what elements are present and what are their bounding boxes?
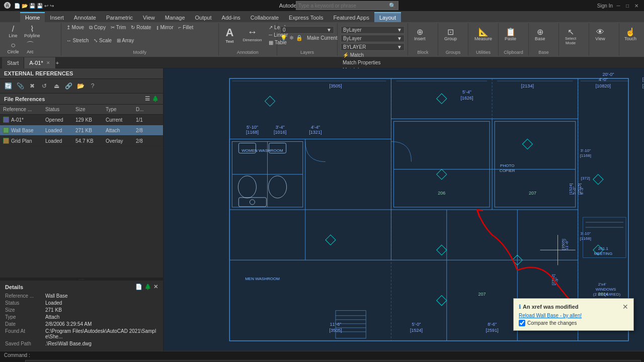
ribbon-tab-addins[interactable]: Add-ins <box>217 12 246 22</box>
selectmode-button[interactable]: ↖SelectMode <box>562 24 579 49</box>
new-tab-button[interactable]: + <box>56 60 59 66</box>
ribbon-tab-output[interactable]: Output <box>190 12 217 22</box>
xref-attach-btn[interactable]: 📎 <box>15 81 25 91</box>
col-size: Size <box>72 106 103 113</box>
restore-btn[interactable]: □ <box>624 2 631 9</box>
command-input[interactable] <box>25 360 641 362</box>
signin-btn[interactable]: Sign In <box>597 3 613 9</box>
minimize-btn[interactable]: ─ <box>615 2 622 9</box>
file-refs-tree-view[interactable]: 🌲 <box>152 96 159 102</box>
ribbon-tab-parametric[interactable]: Parametric <box>101 12 138 22</box>
dimension-button[interactable]: ↔Dimension <box>240 24 265 44</box>
canvas-area[interactable]: [3505] 5'-4" [1626] [2134] 4'-0" [10820]… <box>164 68 644 351</box>
paste-button[interactable]: 📋Paste <box>502 24 519 45</box>
undo-icon[interactable]: ↩ <box>44 3 48 9</box>
ribbon-group-modify: ↥ Move ⧉ Copy ✂ Trim ↻ Rotate ⫿ Mirror ⌐… <box>61 23 219 56</box>
redo-icon[interactable]: ↪ <box>50 3 54 9</box>
notification-close-icon[interactable]: ✕ <box>622 303 628 311</box>
command-label: Command : <box>0 351 644 359</box>
svg-text:207: 207 <box>478 292 486 297</box>
base-button[interactable]: ⊕Base <box>532 24 548 45</box>
notification-link[interactable]: Reload Wall Base - by allen! <box>519 313 628 318</box>
modify-label: Modify <box>64 49 215 55</box>
make-current-button[interactable]: Make Current <box>305 35 340 41</box>
table-row[interactable]: A-01* Opened 129 KB Current 1/1 <box>0 115 163 125</box>
doc-tab-start[interactable]: Start <box>2 57 24 68</box>
color-dropdown[interactable]: ByLayer▼ <box>341 26 405 34</box>
circle-button[interactable]: ○Circle <box>5 40 21 55</box>
left-panel: EXTERNAL REFERENCES 🔄 📎 ✖ ↺ ⏏ 🔗 📂 ? File… <box>0 68 164 351</box>
layer-dropdown[interactable]: 0▼ <box>280 26 334 34</box>
cmd-arrow-icon[interactable]: ▼ <box>14 360 23 362</box>
group-button[interactable]: ⊡Group <box>441 24 460 45</box>
move-button[interactable]: ↥ Move <box>64 24 86 31</box>
xref-refresh-btn[interactable]: 🔄 <box>3 81 13 91</box>
doc-tab-a01[interactable]: A-01* ✕ <box>24 57 56 68</box>
search-icon[interactable]: 🔍 <box>389 3 396 9</box>
xref-help-btn[interactable]: ? <box>88 81 98 91</box>
xref-reload-btn[interactable]: ↺ <box>39 81 49 91</box>
table-row[interactable]: Wall Base Loaded 271 KB Attach 2/8 <box>0 125 163 136</box>
line-button[interactable]: /Line <box>5 24 21 39</box>
ribbon-tab-annotate[interactable]: Annotate <box>69 12 101 22</box>
file-refs-list-view[interactable]: ☰ <box>145 96 150 102</box>
saveas-icon[interactable]: 💾 <box>37 3 43 9</box>
match-button[interactable]: ⚡ Match <box>341 52 383 58</box>
xref-bind-btn[interactable]: 🔗 <box>63 81 73 91</box>
search-input[interactable] <box>298 3 389 9</box>
ribbon-tab-featured[interactable]: Featured Apps <box>328 12 374 22</box>
scale-button[interactable]: ⤡ Scale <box>92 37 114 44</box>
polyline-button[interactable]: ⌇Polyline <box>22 24 42 39</box>
svg-text:[1626]: [1626] <box>460 96 473 101</box>
layer-lock-icon[interactable]: 🔒 <box>296 35 303 41</box>
arc-button[interactable]: ⌒Arc <box>22 40 38 55</box>
trim-button[interactable]: ✂ Trim <box>109 24 128 31</box>
new-icon[interactable]: 📄 <box>14 3 20 9</box>
ribbon-tab-home[interactable]: Home <box>20 12 45 22</box>
rotate-button[interactable]: ↻ Rotate <box>129 24 153 31</box>
svg-text:5'-0": 5'-0" <box>412 322 421 327</box>
col-reference: Reference ... <box>0 106 42 113</box>
ribbon-tab-insert[interactable]: Insert <box>45 12 69 22</box>
ribbon-tab-collaborate[interactable]: Collaborate <box>246 12 284 22</box>
row3-icon <box>3 138 9 144</box>
details-view2[interactable]: 🌲 <box>144 284 151 290</box>
cmd-expand-icon[interactable]: ⬆ <box>3 360 12 362</box>
close-btn[interactable]: ✕ <box>633 2 640 9</box>
row1-icon <box>3 117 9 123</box>
copy-button[interactable]: ⧉ Copy <box>87 24 108 31</box>
svg-text:[3505]: [3505] <box>329 83 342 88</box>
xref-open-btn[interactable]: 📂 <box>75 81 86 91</box>
compare-label[interactable]: Compare the changes <box>527 320 577 326</box>
table-row[interactable]: Grid Plan Loaded 54.7 KB Overlay 2/8 <box>0 136 163 146</box>
save-icon[interactable]: 💾 <box>29 3 35 9</box>
ribbon-tab-layout[interactable]: Layout <box>374 12 401 22</box>
lineweight-dropdown[interactable]: BYLAYER▼ <box>341 43 405 51</box>
linetype-dropdown[interactable]: ByLayer▼ <box>341 35 405 42</box>
layer-freeze-icon[interactable]: ❄ <box>289 35 294 41</box>
layer-on-icon[interactable]: 💡 <box>280 35 287 41</box>
stretch-button[interactable]: ↔ Stretch <box>64 37 91 44</box>
xref-toolbar: 🔄 📎 ✖ ↺ ⏏ 🔗 📂 ? <box>0 79 163 94</box>
insert-button[interactable]: ⊕Insert <box>411 24 429 45</box>
xref-detach-btn[interactable]: ✖ <box>27 81 37 91</box>
ribbon-tab-express[interactable]: Express Tools <box>284 12 328 22</box>
match-properties-button[interactable]: Match Properties <box>341 59 383 66</box>
ribbon-tab-manage[interactable]: Manage <box>160 12 190 22</box>
touch-button[interactable]: ☝Touch <box>622 24 638 45</box>
measure-button[interactable]: 📐Measure <box>471 24 495 45</box>
xref-unload-btn[interactable]: ⏏ <box>51 81 61 91</box>
view-button[interactable]: 👁View <box>592 24 608 45</box>
compare-checkbox[interactable] <box>519 320 525 326</box>
array-button[interactable]: ⊞ Array <box>115 37 136 44</box>
cmd-icons: ⬆ ▼ <box>3 360 23 362</box>
ribbon-tab-view[interactable]: View <box>138 12 160 22</box>
open-icon[interactable]: 📂 <box>22 3 28 9</box>
doc-tab-close-icon[interactable]: ✕ <box>46 60 50 65</box>
notification-header: ℹ An xref was modified ✕ <box>519 303 628 311</box>
mirror-button[interactable]: ⫿ Mirror <box>154 24 176 31</box>
details-close[interactable]: ✕ <box>153 284 158 290</box>
text-button[interactable]: AText <box>222 24 238 46</box>
fillet-button[interactable]: ⌐ Fillet <box>177 24 196 31</box>
details-view1[interactable]: 📄 <box>135 284 142 290</box>
